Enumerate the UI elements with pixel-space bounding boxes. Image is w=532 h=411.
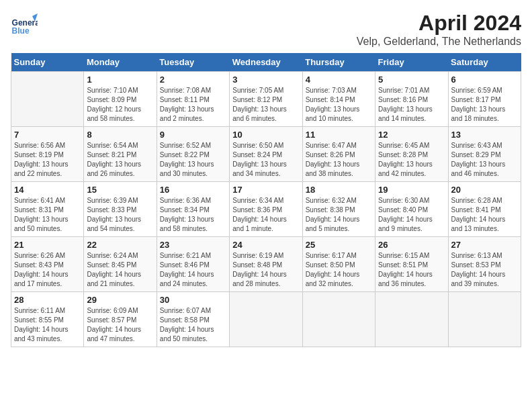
day-number: 11: [306, 130, 372, 140]
day-detail: Sunrise: 6:56 AMSunset: 8:19 PMDaylight:…: [14, 141, 81, 179]
calendar-cell: 15Sunrise: 6:39 AMSunset: 8:33 PMDayligh…: [84, 182, 157, 237]
day-number: 18: [306, 185, 372, 195]
calendar-cell: 26Sunrise: 6:15 AMSunset: 8:51 PMDayligh…: [375, 237, 448, 292]
calendar-cell: 5Sunrise: 7:01 AMSunset: 8:16 PMDaylight…: [375, 72, 448, 127]
weekday-header: Monday: [84, 53, 157, 72]
calendar-cell: 18Sunrise: 6:32 AMSunset: 8:38 PMDayligh…: [302, 182, 375, 237]
calendar-cell: 27Sunrise: 6:13 AMSunset: 8:53 PMDayligh…: [448, 237, 521, 292]
calendar-table: SundayMondayTuesdayWednesdayThursdayFrid…: [11, 53, 521, 347]
day-detail: Sunrise: 6:17 AMSunset: 8:50 PMDaylight:…: [306, 251, 372, 289]
calendar-cell: 25Sunrise: 6:17 AMSunset: 8:50 PMDayligh…: [302, 237, 375, 292]
day-detail: Sunrise: 6:59 AMSunset: 8:17 PMDaylight:…: [451, 86, 518, 124]
day-detail: Sunrise: 6:11 AMSunset: 8:55 PMDaylight:…: [14, 306, 81, 344]
weekday-header: Tuesday: [157, 53, 229, 72]
calendar-cell: [375, 292, 448, 347]
calendar-cell: 29Sunrise: 6:09 AMSunset: 8:57 PMDayligh…: [84, 292, 157, 347]
day-detail: Sunrise: 6:19 AMSunset: 8:48 PMDaylight:…: [232, 251, 299, 289]
day-detail: Sunrise: 6:30 AMSunset: 8:40 PMDaylight:…: [378, 196, 445, 234]
calendar-cell: 2Sunrise: 7:08 AMSunset: 8:11 PMDaylight…: [157, 72, 229, 127]
day-detail: Sunrise: 6:09 AMSunset: 8:57 PMDaylight:…: [87, 306, 153, 344]
day-detail: Sunrise: 6:24 AMSunset: 8:45 PMDaylight:…: [87, 251, 153, 289]
svg-text:Blue: Blue: [12, 26, 30, 36]
header: General Blue April 2024 Velp, Gelderland…: [11, 11, 521, 48]
weekday-header: Thursday: [302, 53, 375, 72]
day-detail: Sunrise: 7:08 AMSunset: 8:11 PMDaylight:…: [160, 86, 226, 124]
calendar-cell: 3Sunrise: 7:05 AMSunset: 8:12 PMDaylight…: [230, 72, 302, 127]
weekday-header-row: SundayMondayTuesdayWednesdayThursdayFrid…: [11, 53, 521, 72]
day-number: 8: [87, 130, 153, 140]
day-number: 27: [451, 240, 518, 250]
page-subtitle: Velp, Gelderland, The Netherlands: [357, 36, 521, 48]
weekday-header: Friday: [375, 53, 448, 72]
calendar-cell: 13Sunrise: 6:43 AMSunset: 8:29 PMDayligh…: [448, 127, 521, 182]
day-number: 12: [378, 130, 445, 140]
day-number: 26: [378, 240, 445, 250]
calendar-cell: 23Sunrise: 6:21 AMSunset: 8:46 PMDayligh…: [157, 237, 229, 292]
calendar-cell: 16Sunrise: 6:36 AMSunset: 8:34 PMDayligh…: [157, 182, 229, 237]
day-number: 20: [451, 185, 518, 195]
calendar-cell: [230, 292, 302, 347]
day-detail: Sunrise: 6:28 AMSunset: 8:41 PMDaylight:…: [451, 196, 518, 234]
day-number: 21: [14, 240, 81, 250]
calendar-cell: 11Sunrise: 6:47 AMSunset: 8:26 PMDayligh…: [302, 127, 375, 182]
calendar-cell: [302, 292, 375, 347]
day-detail: Sunrise: 6:36 AMSunset: 8:34 PMDaylight:…: [160, 196, 226, 234]
page-title: April 2024: [357, 11, 521, 36]
day-detail: Sunrise: 6:41 AMSunset: 8:31 PMDaylight:…: [14, 196, 81, 234]
day-detail: Sunrise: 6:47 AMSunset: 8:26 PMDaylight:…: [306, 141, 372, 179]
day-detail: Sunrise: 6:45 AMSunset: 8:28 PMDaylight:…: [378, 141, 445, 179]
day-number: 7: [14, 130, 81, 140]
day-detail: Sunrise: 6:52 AMSunset: 8:22 PMDaylight:…: [160, 141, 226, 179]
calendar-cell: 9Sunrise: 6:52 AMSunset: 8:22 PMDaylight…: [157, 127, 229, 182]
day-number: 25: [306, 240, 372, 250]
day-number: 22: [87, 240, 153, 250]
day-detail: Sunrise: 7:10 AMSunset: 8:09 PMDaylight:…: [87, 86, 153, 124]
calendar-week-row: 28Sunrise: 6:11 AMSunset: 8:55 PMDayligh…: [11, 292, 521, 347]
weekday-header: Sunday: [11, 53, 84, 72]
calendar-cell: [11, 72, 84, 127]
day-number: 5: [378, 75, 445, 85]
calendar-cell: 20Sunrise: 6:28 AMSunset: 8:41 PMDayligh…: [448, 182, 521, 237]
logo: General Blue: [11, 11, 40, 38]
day-number: 28: [14, 295, 81, 305]
calendar-week-row: 1Sunrise: 7:10 AMSunset: 8:09 PMDaylight…: [11, 72, 521, 127]
calendar-cell: 7Sunrise: 6:56 AMSunset: 8:19 PMDaylight…: [11, 127, 84, 182]
day-detail: Sunrise: 6:13 AMSunset: 8:53 PMDaylight:…: [451, 251, 518, 289]
day-number: 3: [232, 75, 299, 85]
day-number: 15: [87, 185, 153, 195]
calendar-cell: 22Sunrise: 6:24 AMSunset: 8:45 PMDayligh…: [84, 237, 157, 292]
logo-icon: General Blue: [11, 11, 38, 38]
day-number: 1: [87, 75, 153, 85]
day-number: 10: [232, 130, 299, 140]
day-number: 2: [160, 75, 226, 85]
calendar-week-row: 21Sunrise: 6:26 AMSunset: 8:43 PMDayligh…: [11, 237, 521, 292]
calendar-cell: 30Sunrise: 6:07 AMSunset: 8:58 PMDayligh…: [157, 292, 229, 347]
calendar-cell: 28Sunrise: 6:11 AMSunset: 8:55 PMDayligh…: [11, 292, 84, 347]
day-detail: Sunrise: 6:15 AMSunset: 8:51 PMDaylight:…: [378, 251, 445, 289]
day-number: 13: [451, 130, 518, 140]
day-number: 24: [232, 240, 299, 250]
day-number: 17: [232, 185, 299, 195]
day-number: 19: [378, 185, 445, 195]
day-number: 23: [160, 240, 226, 250]
calendar-cell: 24Sunrise: 6:19 AMSunset: 8:48 PMDayligh…: [230, 237, 302, 292]
weekday-header: Saturday: [448, 53, 521, 72]
calendar-cell: 8Sunrise: 6:54 AMSunset: 8:21 PMDaylight…: [84, 127, 157, 182]
day-detail: Sunrise: 7:05 AMSunset: 8:12 PMDaylight:…: [232, 86, 299, 124]
day-detail: Sunrise: 6:21 AMSunset: 8:46 PMDaylight:…: [160, 251, 226, 289]
day-number: 30: [160, 295, 226, 305]
calendar-cell: 12Sunrise: 6:45 AMSunset: 8:28 PMDayligh…: [375, 127, 448, 182]
day-detail: Sunrise: 6:43 AMSunset: 8:29 PMDaylight:…: [451, 141, 518, 179]
day-detail: Sunrise: 6:07 AMSunset: 8:58 PMDaylight:…: [160, 306, 226, 344]
day-detail: Sunrise: 7:03 AMSunset: 8:14 PMDaylight:…: [306, 86, 372, 124]
day-detail: Sunrise: 6:39 AMSunset: 8:33 PMDaylight:…: [87, 196, 153, 234]
day-number: 6: [451, 75, 518, 85]
day-detail: Sunrise: 6:54 AMSunset: 8:21 PMDaylight:…: [87, 141, 153, 179]
day-detail: Sunrise: 7:01 AMSunset: 8:16 PMDaylight:…: [378, 86, 445, 124]
day-number: 4: [306, 75, 372, 85]
calendar-cell: 21Sunrise: 6:26 AMSunset: 8:43 PMDayligh…: [11, 237, 84, 292]
day-number: 29: [87, 295, 153, 305]
calendar-cell: 17Sunrise: 6:34 AMSunset: 8:36 PMDayligh…: [230, 182, 302, 237]
day-number: 14: [14, 185, 81, 195]
calendar-cell: 10Sunrise: 6:50 AMSunset: 8:24 PMDayligh…: [230, 127, 302, 182]
